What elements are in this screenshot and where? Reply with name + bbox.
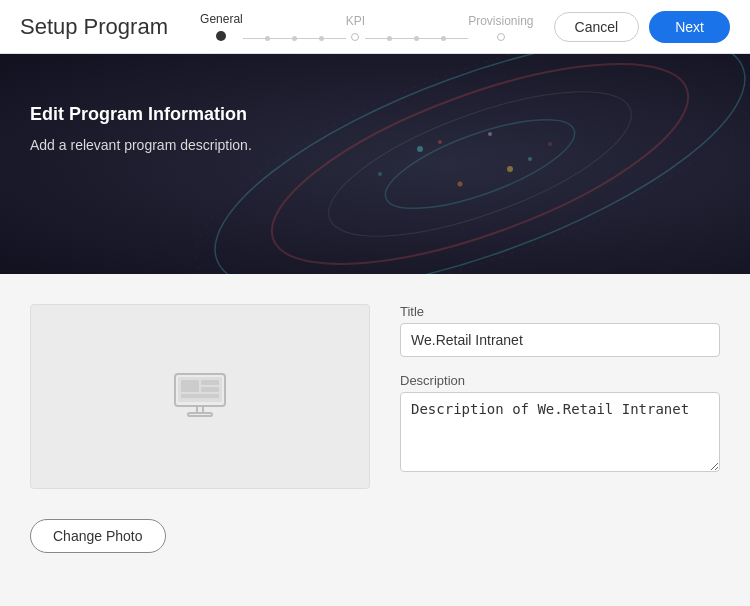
- description-group: Description: [400, 373, 720, 472]
- image-placeholder: [30, 304, 370, 489]
- page-title: Setup Program: [20, 14, 180, 40]
- hero-heading: Edit Program Information: [30, 104, 720, 125]
- step-general-label: General: [200, 12, 243, 26]
- header-actions: Cancel Next: [554, 11, 730, 43]
- svg-rect-18: [181, 380, 199, 392]
- cancel-button[interactable]: Cancel: [554, 12, 640, 42]
- title-group: Title: [400, 304, 720, 357]
- step-kpi-dots: [351, 33, 359, 41]
- change-photo-button[interactable]: Change Photo: [30, 519, 166, 553]
- hero-text: Edit Program Information Add a relevant …: [0, 54, 750, 153]
- form-section: Title Description: [400, 304, 720, 472]
- svg-point-7: [507, 166, 513, 172]
- svg-point-8: [528, 157, 532, 161]
- svg-rect-17: [188, 413, 212, 416]
- next-button[interactable]: Next: [649, 11, 730, 43]
- title-label: Title: [400, 304, 720, 319]
- placeholder-icon: [170, 372, 230, 422]
- step-provisioning-dot: [497, 33, 505, 41]
- description-label: Description: [400, 373, 720, 388]
- step-kpi-label: KPI: [346, 14, 365, 28]
- hero-banner: Edit Program Information Add a relevant …: [0, 54, 750, 274]
- step-provisioning[interactable]: Provisioning: [468, 14, 533, 41]
- svg-point-9: [458, 182, 463, 187]
- step-kpi-dot: [351, 33, 359, 41]
- connector-1: [243, 36, 346, 41]
- description-textarea[interactable]: [400, 392, 720, 472]
- svg-point-11: [378, 172, 382, 176]
- change-photo-section: Change Photo: [0, 519, 750, 573]
- header: Setup Program General KPI: [0, 0, 750, 54]
- step-provisioning-dots: [497, 33, 505, 41]
- svg-rect-20: [201, 387, 219, 392]
- monitor-icon: [170, 372, 230, 422]
- step-provisioning-label: Provisioning: [468, 14, 533, 28]
- hero-subtext: Add a relevant program description.: [30, 137, 720, 153]
- svg-rect-16: [197, 406, 203, 413]
- step-general[interactable]: General: [200, 12, 243, 41]
- svg-rect-19: [201, 380, 219, 385]
- connector-2: [365, 36, 468, 41]
- step-general-dots: [216, 31, 226, 41]
- steps-nav: General KPI: [180, 12, 554, 41]
- content-area: Title Description: [0, 274, 750, 519]
- step-dot-active: [216, 31, 226, 41]
- title-input[interactable]: [400, 323, 720, 357]
- svg-rect-21: [181, 394, 219, 398]
- step-kpi[interactable]: KPI: [346, 14, 365, 41]
